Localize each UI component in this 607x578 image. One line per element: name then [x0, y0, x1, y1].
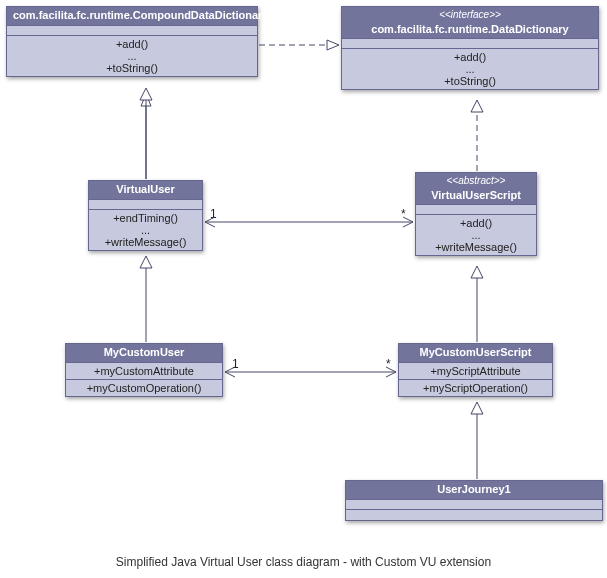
class-compound-data-dictionary: com.facilita.fc.runtime.CompoundDataDict… — [6, 6, 258, 77]
realization-arrow-vus-to-datadict — [471, 100, 483, 171]
operation: +add() — [346, 51, 594, 63]
attributes-section — [342, 39, 598, 49]
attributes-section: +myScriptAttribute — [399, 363, 552, 380]
operations-section: +add() ... +toString() — [7, 36, 257, 76]
multiplicity-label: 1 — [232, 357, 239, 371]
attribute: +myCustomAttribute — [70, 365, 218, 377]
class-title: <<abstract>> VirtualUserScript — [416, 173, 536, 205]
stereotype: <<abstract>> — [422, 175, 530, 188]
diagram-caption: Simplified Java Virtual User class diagr… — [0, 555, 607, 569]
operation: +toString() — [346, 75, 594, 87]
attributes-section: +myCustomAttribute — [66, 363, 222, 380]
multiplicity-label: * — [386, 357, 391, 371]
operation: ... — [11, 50, 253, 62]
attributes-section — [7, 26, 257, 36]
operations-section: +add() ... +toString() — [342, 49, 598, 89]
class-title: MyCustomUserScript — [399, 344, 552, 363]
operation: +myScriptOperation() — [403, 382, 548, 394]
class-data-dictionary-interface: <<interface>> com.facilita.fc.runtime.Da… — [341, 6, 599, 90]
gen-arrow-userjourney-to-mycustomscript — [471, 402, 483, 479]
attributes-section — [89, 200, 202, 210]
multiplicity-label: * — [401, 207, 406, 221]
stereotype: <<interface>> — [348, 9, 592, 22]
operation: +add() — [11, 38, 253, 50]
operation: +toString() — [11, 62, 253, 74]
multiplicity-label: 1 — [210, 207, 217, 221]
class-title: <<interface>> com.facilita.fc.runtime.Da… — [342, 7, 598, 39]
class-title: VirtualUser — [89, 181, 202, 200]
operation: +add() — [420, 217, 532, 229]
operation: ... — [420, 229, 532, 241]
class-title: UserJourney1 — [346, 481, 602, 500]
gen-arrow-mycustomuser-to-vu — [140, 256, 152, 342]
operation: +writeMessage() — [420, 241, 532, 253]
gen-arrow-mycustomscript-to-vus — [471, 266, 483, 342]
gen-arrow-vu-to-compound — [140, 88, 152, 179]
class-my-custom-user-script: MyCustomUserScript +myScriptAttribute +m… — [398, 343, 553, 397]
operations-section — [346, 510, 602, 520]
class-my-custom-user: MyCustomUser +myCustomAttribute +myCusto… — [65, 343, 223, 397]
operation: ... — [93, 224, 198, 236]
operations-section: +myScriptOperation() — [399, 380, 552, 396]
class-virtual-user: VirtualUser +endTiming() ... +writeMessa… — [88, 180, 203, 251]
attributes-section — [346, 500, 602, 510]
attributes-section — [416, 205, 536, 215]
class-virtual-user-script: <<abstract>> VirtualUserScript +add() ..… — [415, 172, 537, 256]
class-title: com.facilita.fc.runtime.CompoundDataDict… — [7, 7, 257, 26]
class-name: VirtualUserScript — [431, 189, 521, 201]
operation: +endTiming() — [93, 212, 198, 224]
class-title: MyCustomUser — [66, 344, 222, 363]
attribute: +myScriptAttribute — [403, 365, 548, 377]
operations-section: +add() ... +writeMessage() — [416, 215, 536, 255]
operations-section: +myCustomOperation() — [66, 380, 222, 396]
operations-section: +endTiming() ... +writeMessage() — [89, 210, 202, 250]
operation: +writeMessage() — [93, 236, 198, 248]
operation: ... — [346, 63, 594, 75]
class-user-journey: UserJourney1 — [345, 480, 603, 521]
operation: +myCustomOperation() — [70, 382, 218, 394]
class-name: com.facilita.fc.runtime.DataDictionary — [371, 23, 568, 35]
